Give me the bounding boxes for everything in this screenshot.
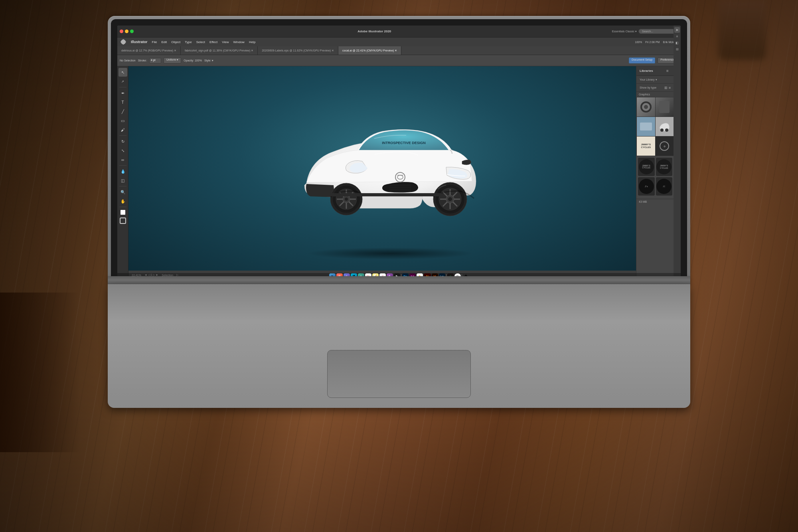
library-grid: JIMMY'SCYCLES ⚙ [636, 97, 674, 156]
libraries-menu-btn[interactable]: ≡ [664, 68, 671, 74]
artboard: INTROSPECTIVE DESIGN [152, 78, 628, 267]
library-item-4[interactable]: JIMMY'SCYCLES [637, 136, 655, 156]
svg-rect-22 [330, 193, 442, 196]
battery-status: 100% [635, 41, 642, 44]
library-item-2[interactable] [637, 117, 655, 136]
menu-select[interactable]: Select [194, 40, 207, 45]
opacity-label: Opacity: 100% [184, 59, 202, 62]
tab-0[interactable]: delirious.ai @ 12.7% (RGB/GPU Preview) ✕ [117, 46, 181, 55]
uniform-btn[interactable]: Uniform ▾ [164, 57, 181, 63]
hinge [108, 276, 690, 284]
file-size-info: 43 MB [636, 199, 674, 204]
selection-tool-btn[interactable]: ↖ [119, 68, 127, 77]
menu-view[interactable]: View [220, 40, 231, 45]
menu-file[interactable]: File [150, 40, 159, 45]
menu-type[interactable]: Type [183, 40, 194, 45]
tool-divider-1 [119, 87, 126, 87]
tool-divider-4 [119, 186, 126, 186]
right-icons-column: ▶ ≡ ◧ ⊟ [674, 66, 681, 279]
menu-window[interactable]: Window [231, 40, 246, 45]
window-controls [120, 30, 134, 33]
minimize-window-button[interactable] [125, 30, 128, 33]
clock-status: Fri 2:08 PM [645, 41, 660, 44]
type-tool-btn[interactable]: T [119, 98, 127, 107]
tab-2[interactable]: 20200609-Labels.eps @ 11.62% (CMYK/GPU P… [258, 46, 338, 55]
direct-select-tool-btn[interactable]: ↗ [119, 77, 127, 86]
search-box[interactable]: Search... [638, 29, 678, 34]
libraries-panel: ▶ ≡ ◧ ⊟ Libraries ≡ [636, 66, 681, 279]
trackpad[interactable] [327, 350, 471, 398]
menu-effect[interactable]: Effect [207, 40, 219, 45]
menu-object[interactable]: Object [169, 40, 182, 45]
illustrator-ui: Adobe Illustrator 2020 Essentials Classi… [117, 26, 681, 279]
canvas-area[interactable]: INTROSPECTIVE DESIGN [128, 66, 636, 279]
car-illustration: INTROSPECTIVE DESIGN [294, 111, 486, 223]
background-mug [718, 0, 766, 60]
title-right-area: Essentials Classic ▾ Search... [612, 29, 678, 34]
blend-tool-btn[interactable]: ∞ [119, 155, 127, 164]
tool-divider-3 [119, 165, 126, 166]
tab-3-active[interactable]: cocal.ai @ 22.41% (CMYK/GPU Preview) ✕ [338, 46, 401, 55]
fill-color-btn[interactable] [120, 209, 126, 216]
zoom-tool-btn[interactable]: 🔍 [119, 188, 127, 196]
main-workspace: ↖ ↗ ✒ T ╱ ▭ 🖌 ↻ ⤡ ∞ [117, 66, 681, 279]
svg-point-23 [660, 129, 664, 132]
logo-badge-1[interactable]: JIMMY'SCYCLES [656, 158, 673, 176]
document-setup-btn[interactable]: Document Setup [629, 57, 655, 63]
logo-badge-2[interactable]: J's [638, 177, 655, 196]
stroke-input[interactable]: 4 pt [149, 58, 161, 63]
show-by-type-row[interactable]: Show by type ⊞ ≡ [636, 84, 674, 92]
svg-text:INTROSPECTIVE DESIGN: INTROSPECTIVE DESIGN [382, 141, 426, 145]
libraries-content: Libraries ≡ Your Library ▾ [636, 66, 674, 204]
your-library-text: Your Library [640, 78, 655, 81]
screen-lid: Adobe Illustrator 2020 Essentials Classi… [108, 16, 690, 279]
pen-tool-btn[interactable]: ✒ [119, 89, 127, 97]
rotate-tool-btn[interactable]: ↻ [119, 137, 127, 146]
stroke-color-btn[interactable] [120, 218, 126, 224]
essentials-label: Essentials Classic ▾ [612, 30, 637, 33]
tab-bar: delirious.ai @ 12.7% (RGB/GPU Preview) ✕… [117, 46, 681, 55]
gradient-tool-btn[interactable]: ◫ [119, 176, 127, 185]
app-name-menu[interactable]: Illustrator [129, 39, 150, 45]
control-bar: No Selection Stroke: 4 pt Uniform ▾ Opac… [117, 55, 681, 66]
line-tool-btn[interactable]: ╱ [119, 107, 127, 116]
svg-point-21 [345, 198, 348, 201]
libraries-header: Libraries ≡ [636, 66, 674, 76]
style-label: Style: ▾ [204, 59, 213, 62]
screen-display: Adobe Illustrator 2020 Essentials Classi… [117, 26, 681, 279]
apple-logo-icon[interactable] [120, 39, 126, 45]
maximize-window-button[interactable] [130, 30, 134, 33]
library-item-5[interactable]: ⚙ [656, 136, 674, 156]
library-item-0[interactable] [637, 97, 655, 117]
logo-badge-3[interactable]: JC [656, 177, 673, 196]
no-selection-label: No Selection [120, 59, 136, 62]
library-expand-icon[interactable]: ▾ [656, 78, 657, 81]
svg-point-12 [448, 197, 452, 201]
titlebar: Adobe Illustrator 2020 Essentials Classi… [117, 26, 681, 38]
left-toolbar: ↖ ↗ ✒ T ╱ ▭ 🖌 ↻ ⤡ ∞ [117, 66, 128, 279]
brush-tool-btn[interactable]: 🖌 [119, 125, 127, 134]
logo-badge-0[interactable]: JIMMY'SCYCLES [638, 158, 655, 176]
library-item-1[interactable] [656, 97, 674, 117]
libraries-title: Libraries [640, 69, 653, 73]
car-shadow [306, 247, 474, 259]
scale-tool-btn[interactable]: ⤡ [119, 146, 127, 155]
rect-tool-btn[interactable]: ▭ [119, 116, 127, 125]
stroke-label: Stroke: [138, 59, 147, 62]
tool-divider-5 [119, 207, 126, 207]
eyedropper-tool-btn[interactable]: 💧 [119, 167, 127, 176]
menu-edit[interactable]: Edit [159, 40, 169, 45]
hand-tool-btn[interactable]: ✋ [119, 197, 127, 206]
tool-divider-2 [119, 135, 126, 136]
menu-bar: Illustrator File Edit Object Type Select… [117, 38, 681, 46]
grid-view-icon[interactable]: ⊞ ≡ [664, 86, 671, 90]
tab-1[interactable]: fabricshirt_sign.pdf @ 11.36% (CMYK/GPU … [181, 46, 258, 55]
toyota-86-svg: INTROSPECTIVE DESIGN [294, 111, 486, 223]
window-title: Adobe Illustrator 2020 [137, 30, 612, 33]
menu-help[interactable]: Help [247, 40, 257, 45]
library-item-3[interactable] [656, 117, 674, 136]
close-window-button[interactable] [120, 30, 123, 33]
menu-bar-right: 100% Fri 2:08 PM Erik Mclean [635, 41, 678, 44]
macbook-pro: Adobe Illustrator 2020 Essentials Classi… [108, 16, 690, 407]
screen-bezel: Adobe Illustrator 2020 Essentials Classi… [111, 19, 687, 279]
